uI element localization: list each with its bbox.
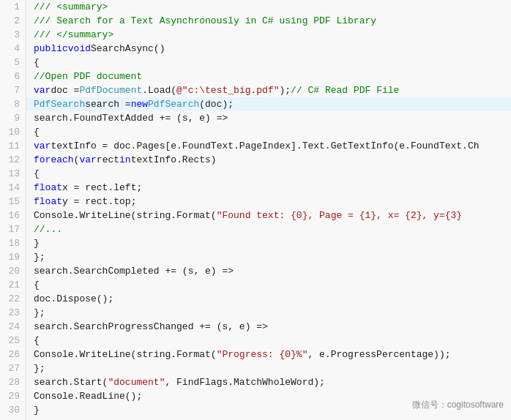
code-token: .Load( [142,83,176,97]
line-number: 30 [6,403,20,417]
line-number: 9 [6,111,20,125]
line-number: 27 [6,361,20,375]
line-number: 11 [6,139,20,153]
line-number: 7 [6,83,20,97]
code-line: search.SearchCompleted += (s, e) => [26,264,511,278]
line-number: 8 [6,97,20,111]
line-number: 5 [6,56,20,70]
code-token: (doc); [199,97,234,111]
line-number: 1 [6,0,20,14]
code-token: ); [280,83,291,97]
code-token: search.SearchProgressChanged += (s, e) =… [34,320,268,334]
code-token: { [34,334,40,348]
code-line: //... [26,222,511,236]
code-line: }; [26,306,511,320]
code-token: /// Search for a Text Asynchronously in … [34,14,376,28]
line-number: 14 [6,181,20,195]
code-line: { [26,125,511,139]
code-line: PdfSearch search = new PdfSearch(doc); [26,97,511,111]
code-token: Console.ReadLine(); [34,389,142,403]
code-line: }; [26,250,511,264]
code-token: x = rect.left; [62,181,142,195]
code-token: Console.WriteLine(string.Format( [34,348,217,361]
line-number: 16 [6,209,20,222]
code-token: float [34,195,62,209]
code-token: PdfSearch [148,97,199,111]
code-line: Console.WriteLine(string.Format("Found t… [26,209,511,222]
line-number: 6 [6,70,20,83]
code-line: search.Start("document", FindFlags.Match… [26,375,511,389]
code-line: { [26,278,511,292]
code-line: foreach (var rect in textInfo.Rects) [26,153,511,167]
code-token: textInfo = doc.Pages[e.FoundText.PageInd… [51,139,479,153]
code-token: new [131,97,148,111]
code-line: /// </summary> [26,28,511,42]
line-number: 29 [6,389,20,403]
code-token: search.SearchCompleted += (s, e) => [34,264,234,278]
line-number: 3 [6,28,20,42]
code-token: PdfSearch [34,97,85,111]
line-number: 13 [6,167,20,181]
code-token: { [34,56,40,70]
code-area[interactable]: /// <summary>/// Search for a Text Async… [26,0,511,420]
line-number: 22 [6,292,20,306]
code-token: in [119,153,131,167]
code-line: //Open PDF document [26,70,511,83]
code-line: { [26,334,511,348]
code-token: search = [85,97,130,111]
code-token: ( [74,153,80,167]
code-token: "document" [108,375,165,389]
code-token: /// </summary> [34,28,113,42]
code-line: }; [26,361,511,375]
code-line: var doc = PdfDocument.Load(@"c:\test_big… [26,83,511,97]
code-token: rect [97,153,119,167]
code-token: //... [34,222,62,236]
code-container: 1234567891011121314151617181920212223242… [0,0,511,420]
code-token: var [79,153,96,167]
line-number: 17 [6,222,20,236]
code-line: doc.Dispose(); [26,292,511,306]
code-line: { [26,167,511,181]
code-token: y = rect.top; [62,195,136,209]
line-number: 24 [6,320,20,334]
code-line: search.FoundTextAdded += (s, e) => [26,111,511,125]
code-token: /// <summary> [34,0,108,14]
code-token: }; [34,250,45,264]
code-line: public void SearchAsync() [26,42,511,56]
code-token: , e.ProgressPercentage)); [307,348,450,361]
code-token: search.Start( [34,375,108,389]
code-token: PdfDocument [79,83,142,97]
code-token: SearchAsync() [91,42,165,56]
line-number: 26 [6,348,20,361]
code-line: Console.WriteLine(string.Format("Progres… [26,348,511,361]
code-line: search.SearchProgressChanged += (s, e) =… [26,320,511,334]
code-token: public [34,42,68,56]
line-number: 20 [6,264,20,278]
line-numbers: 1234567891011121314151617181920212223242… [0,0,26,420]
line-number: 2 [6,14,20,28]
line-number: 12 [6,153,20,167]
code-line: } [26,236,511,250]
code-token: void [68,42,91,56]
code-line: /// Search for a Text Asynchronously in … [26,14,511,28]
code-token: doc.Dispose(); [34,292,113,306]
line-number: 18 [6,236,20,250]
code-token: // C# Read PDF File [291,83,399,97]
code-line: var textInfo = doc.Pages[e.FoundText.Pag… [26,139,511,153]
code-token: { [34,125,40,139]
code-token: , FindFlags.MatchWholeWord); [165,375,324,389]
code-token: //Open PDF document [34,70,142,83]
code-token: doc = [51,83,79,97]
code-line: float x = rect.left; [26,181,511,195]
line-number: 28 [6,375,20,389]
line-number: 21 [6,278,20,292]
code-token: "Found text: {0}, Page = {1}, x= {2}, y=… [217,209,462,222]
code-line: /// <summary> [26,0,511,14]
code-line: { [26,56,511,70]
code-token: textInfo.Rects) [131,153,217,167]
code-token: Console.WriteLine(string.Format( [34,209,217,222]
code-token: float [34,181,62,195]
code-token: @"c:\test_big.pdf" [176,83,279,97]
line-number: 4 [6,42,20,56]
code-token: var [34,139,51,153]
